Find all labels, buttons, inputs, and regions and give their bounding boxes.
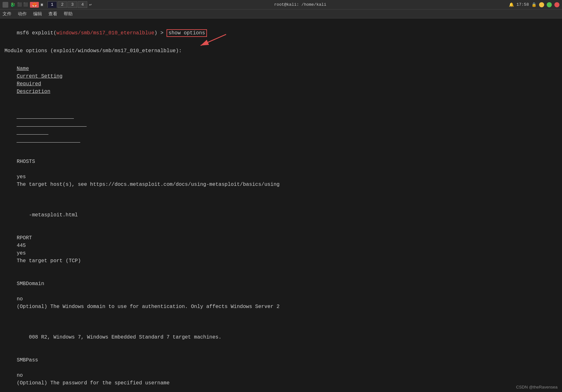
kali-icon: 🐉	[10, 2, 15, 7]
term-icon: ▣	[41, 2, 43, 7]
app-icon	[3, 2, 8, 8]
table-row: SMBDomain no (Optional) The Windows doma…	[4, 272, 558, 318]
tab-3[interactable]: 3	[68, 1, 77, 8]
table-row-cont: 008 R2, Windows 7, Windows Embedded Stan…	[4, 318, 558, 349]
menu-view[interactable]: 查看	[48, 11, 57, 17]
time-display: 17:58	[516, 2, 529, 7]
table-row-cont: -metasploit.html	[4, 196, 558, 227]
maximize-button[interactable]	[547, 2, 552, 7]
row-name: SMBDomain	[17, 280, 74, 288]
prompt-arrow: ) >	[154, 30, 166, 36]
prompt-line-1: msf6 exploit(windows/smb/ms17_010_eterna…	[4, 22, 558, 45]
row-required: yes	[17, 173, 48, 181]
module-table-header: Name Current Setting Required Descriptio…	[4, 57, 558, 103]
tab-2[interactable]: 2	[58, 1, 67, 8]
row-required: no	[17, 372, 48, 379]
show-options-cmd: show options	[167, 29, 207, 37]
tab-1[interactable]: 1	[47, 1, 57, 8]
tab-bar: 🐉 ⬛ ⬛ 🦊 ▣ 1 2 3 4 ↩	[10, 1, 92, 8]
titlebar-left: 🐉 ⬛ ⬛ 🦊 ▣ 1 2 3 4 ↩	[3, 1, 92, 8]
tab-4[interactable]: 4	[78, 1, 87, 8]
lock-icon: 🔒	[531, 2, 537, 7]
menu-edit[interactable]: 编辑	[33, 11, 42, 17]
row-desc: The target port (TCP)	[17, 258, 81, 264]
minimize-button[interactable]	[539, 2, 544, 7]
close-button[interactable]	[554, 2, 559, 7]
window-icon: ⬛	[17, 2, 22, 7]
watermark: CSDN @theRavensea	[516, 385, 558, 389]
row-desc-cont: -metasploit.html	[17, 212, 78, 218]
window-title: root@kali: /home/kali	[274, 2, 326, 7]
row-name: RPORT	[17, 234, 74, 242]
col-name-label: Name	[17, 65, 74, 73]
menu-file[interactable]: 文件	[3, 11, 11, 17]
menu-action[interactable]: 动作	[18, 11, 27, 17]
row-desc-cont: 008 R2, Windows 7, Windows Embedded Stan…	[17, 334, 221, 340]
row-desc: (Optional) The password for the specifie…	[17, 380, 169, 386]
table-row: RPORT 445 yes The target port (TCP)	[4, 227, 558, 272]
row-desc: (Optional) The Windows domain to use for…	[17, 304, 280, 310]
msf6-prefix: msf6 exploit(	[17, 30, 56, 36]
minimize-icon: 🔔	[509, 2, 514, 7]
window-icon2: ⬛	[23, 2, 28, 7]
terminal[interactable]: msf6 exploit(windows/smb/ms17_010_eterna…	[0, 18, 562, 392]
row-setting: 445	[17, 242, 87, 249]
col-required-label: Required	[17, 80, 48, 88]
row-name: SMBPass	[17, 356, 74, 364]
row-required: yes	[17, 249, 48, 257]
table-row: SMBPass no (Optional) The password for t…	[4, 349, 558, 392]
module-table-divider	[4, 103, 558, 150]
row-desc: The target host(s), see https://docs.met…	[17, 182, 280, 187]
module-path: windows/smb/ms17_010_eternalblue	[56, 30, 154, 36]
menubar: 文件 动作 编辑 查看 帮助	[0, 10, 562, 18]
module-options-header: Module options (exploit/windows/smb/ms17…	[4, 47, 558, 55]
menu-help[interactable]: 帮助	[64, 11, 73, 17]
col-setting-label: Current Setting	[17, 73, 87, 80]
titlebar-right: 🔔 17:58 🔒	[509, 2, 559, 7]
row-required: no	[17, 295, 48, 303]
table-row: RHOSTS yes The target host(s), see https…	[4, 150, 558, 196]
firefox-icon: 🦊	[30, 2, 39, 8]
col-desc-label: Description	[17, 89, 50, 94]
arrow-icon: ↩	[89, 2, 92, 7]
row-name: RHOSTS	[17, 158, 74, 165]
titlebar: 🐉 ⬛ ⬛ 🦊 ▣ 1 2 3 4 ↩ root@kali: /home/kal…	[0, 0, 562, 10]
